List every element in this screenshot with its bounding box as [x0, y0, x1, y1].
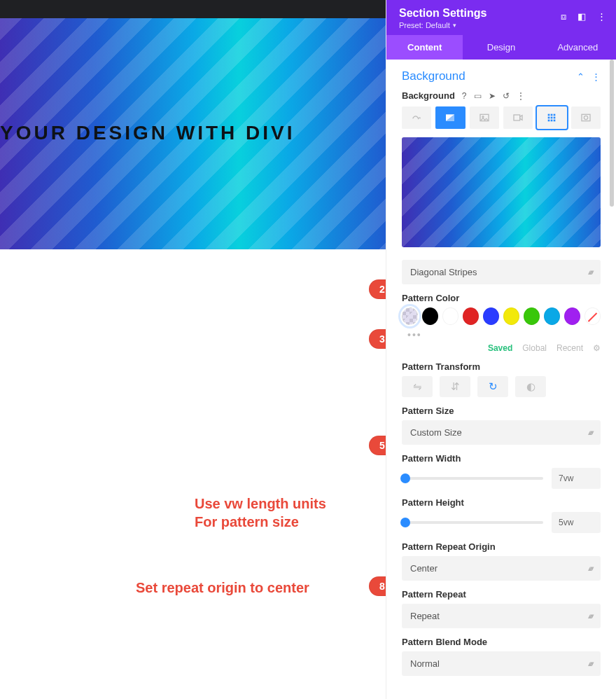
annotation-text-1: Use vw length units For pattern size: [195, 494, 326, 531]
slider-thumb[interactable]: [400, 518, 410, 527]
more-icon[interactable]: ⋮: [597, 11, 606, 22]
svg-rect-4: [514, 115, 520, 120]
updown-icon: ▴▾: [588, 659, 592, 668]
hero-section[interactable]: YOUR DESIGN WITH DIVI: [0, 18, 386, 249]
rotate-button[interactable]: ↻: [477, 376, 508, 397]
gear-icon[interactable]: ⚙: [593, 343, 601, 353]
pattern-size-select[interactable]: Custom Size ▴▾: [402, 420, 601, 445]
updown-icon: ▴▾: [588, 564, 592, 573]
label-pattern-blend: Pattern Blend Mode: [402, 637, 601, 647]
preset-label: Preset: Default: [399, 21, 450, 29]
more-swatches-icon[interactable]: •••: [407, 329, 601, 340]
palette-tab-saved[interactable]: Saved: [488, 343, 512, 353]
swatch-blue[interactable]: [483, 307, 499, 325]
reset-icon[interactable]: ↺: [503, 91, 510, 101]
responsive-icon[interactable]: ▭: [474, 91, 482, 101]
svg-point-15: [584, 116, 587, 119]
tab-design[interactable]: Design: [463, 35, 539, 60]
collapse-icon[interactable]: ⌃: [577, 71, 584, 82]
annotation-line: Use vw length units: [195, 496, 326, 511]
updown-icon: ▴▾: [588, 428, 592, 437]
accordion-title-background[interactable]: Background: [402, 69, 465, 83]
swatch-red[interactable]: [463, 307, 479, 325]
chevron-down-icon: ▾: [453, 22, 456, 29]
svg-rect-12: [551, 120, 553, 122]
pattern-origin-select[interactable]: Center ▴▾: [402, 556, 601, 581]
pattern-height-input[interactable]: 5vw: [552, 512, 601, 533]
pattern-repeat-select[interactable]: Repeat ▴▾: [402, 604, 601, 628]
invert-button[interactable]: ◐: [515, 376, 546, 397]
panel-header: Section Settings Preset: Default ▾ ⧈ ◧ ⋮: [386, 0, 616, 35]
pattern-height-slider[interactable]: [402, 521, 543, 524]
swatch-cyan[interactable]: [544, 307, 560, 325]
slider-thumb[interactable]: [400, 473, 410, 483]
svg-rect-13: [554, 120, 556, 122]
svg-rect-11: [548, 120, 550, 122]
pattern-preview: [402, 137, 601, 247]
bg-tab-video[interactable]: [503, 106, 533, 129]
swatch-purple[interactable]: [564, 307, 580, 325]
label-pattern-size: Pattern Size: [402, 406, 601, 416]
svg-rect-5: [548, 114, 550, 116]
label-pattern-height: Pattern Height: [402, 497, 601, 508]
select-value: Custom Size: [410, 427, 462, 438]
tab-advanced[interactable]: Advanced: [540, 35, 616, 60]
swatch-green[interactable]: [524, 307, 540, 325]
eyedropper-icon: ✎: [402, 308, 417, 324]
updown-icon: ▴▾: [588, 611, 592, 621]
dock-icon[interactable]: ◧: [578, 11, 586, 22]
swatch-none[interactable]: [584, 307, 601, 325]
svg-rect-6: [551, 114, 553, 116]
select-value: Normal: [410, 658, 440, 669]
svg-rect-7: [554, 114, 556, 116]
settings-panel: Section Settings Preset: Default ▾ ⧈ ◧ ⋮…: [386, 0, 616, 699]
swatch-yellow[interactable]: [503, 307, 519, 325]
label-pattern-color: Pattern Color: [402, 293, 601, 303]
section-more-icon[interactable]: ⋮: [592, 71, 601, 82]
bg-tab-mask[interactable]: [571, 106, 601, 129]
palette-tab-recent[interactable]: Recent: [556, 343, 583, 353]
svg-rect-9: [551, 117, 553, 119]
tab-content[interactable]: Content: [386, 35, 463, 60]
flip-horizontal-button[interactable]: ⇋: [402, 376, 433, 397]
help-icon[interactable]: ?: [462, 91, 467, 101]
bg-tab-image[interactable]: [470, 106, 499, 129]
transform-buttons: ⇋ ⇵ ↻ ◐: [402, 376, 601, 397]
palette-tabs: Saved Global Recent ⚙: [402, 343, 601, 353]
annotation-text-2: Set repeat origin to center: [136, 579, 309, 597]
background-type-tabs: [402, 106, 601, 129]
label-pattern-origin: Pattern Repeat Origin: [402, 541, 601, 552]
color-picker-swatch[interactable]: ✎: [402, 307, 418, 325]
select-value: Center: [410, 563, 438, 574]
svg-rect-10: [554, 117, 556, 119]
svg-rect-8: [548, 117, 550, 119]
bg-tab-color[interactable]: [402, 106, 431, 129]
screenshot-icon[interactable]: ⧈: [561, 11, 566, 22]
swatch-white[interactable]: [442, 307, 458, 325]
builder-topbar: [0, 0, 386, 18]
bg-tab-gradient[interactable]: [435, 106, 465, 129]
svg-point-3: [482, 116, 484, 118]
pattern-width-input[interactable]: 7vw: [552, 468, 601, 489]
pattern-width-slider[interactable]: [402, 477, 543, 480]
flip-vertical-button[interactable]: ⇵: [440, 376, 470, 397]
field-label-background: Background: [402, 90, 455, 101]
main-tabs: Content Design Advanced: [386, 35, 616, 60]
swatch-black[interactable]: [422, 307, 438, 325]
palette-tab-global[interactable]: Global: [522, 343, 547, 353]
label-pattern-transform: Pattern Transform: [402, 361, 601, 372]
annotation-line: For pattern size: [195, 514, 299, 530]
label-pattern-repeat: Pattern Repeat: [402, 589, 601, 600]
updown-icon: ▴▾: [588, 268, 592, 277]
pattern-blend-select[interactable]: Normal ▴▾: [402, 651, 601, 676]
field-more-icon[interactable]: ⋮: [517, 91, 525, 101]
pattern-style-select[interactable]: Diagonal Stripes ▴▾: [402, 260, 601, 284]
scrollbar[interactable]: [610, 60, 614, 207]
select-value: Repeat: [410, 611, 440, 621]
hero-heading: YOUR DESIGN WITH DIVI: [0, 122, 295, 144]
hover-icon[interactable]: ➤: [489, 91, 496, 101]
color-swatches: ✎: [402, 307, 601, 325]
bg-tab-pattern[interactable]: [537, 106, 566, 129]
panel-body: Background ⌃ ⋮ Background ? ▭ ➤ ↺ ⋮: [386, 60, 616, 693]
select-value: Diagonal Stripes: [410, 267, 477, 277]
